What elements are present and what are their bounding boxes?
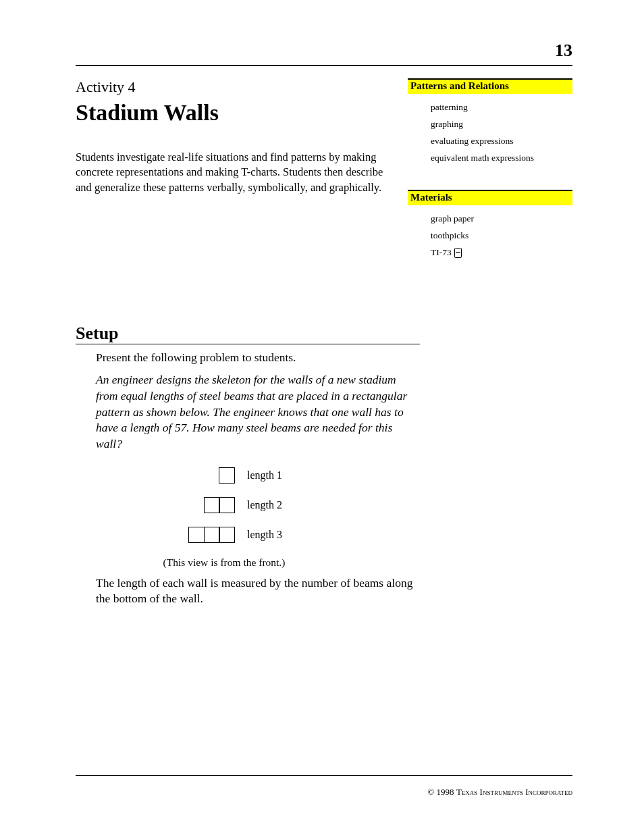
- beam-square: [219, 467, 235, 484]
- figure-label: length 1: [247, 469, 308, 481]
- page: 13 Activity 4 Stadium Walls Students inv…: [0, 0, 644, 834]
- materials-heading: Materials: [408, 190, 572, 205]
- figure-row: length 3: [96, 527, 366, 543]
- beam-square: [188, 527, 205, 543]
- sidebar: Patterns and Relations patterning graphi…: [408, 78, 572, 284]
- figure: length 1 length 2 length 3 (This view is…: [96, 467, 366, 569]
- main-column: Activity 4 Stadium Walls Students invest…: [76, 78, 392, 284]
- patterns-list: patterning graphing evaluating expressio…: [408, 99, 572, 167]
- calculator-icon: [454, 248, 462, 258]
- list-item: evaluating expressions: [431, 133, 572, 150]
- length-2-boxes: [154, 497, 235, 513]
- copyright-name: Texas Instruments Incorporated: [456, 787, 572, 797]
- materials-list: graph paper toothpicks TI-73: [408, 211, 572, 261]
- setup-body: Present the following problem to student…: [96, 350, 420, 607]
- list-item: toothpicks: [431, 228, 572, 244]
- list-item: graph paper: [431, 211, 572, 228]
- list-item: graphing: [431, 116, 572, 133]
- setup-p2: An engineer designs the skeleton for the…: [96, 372, 420, 452]
- copyright-prefix: © 1998: [427, 787, 456, 797]
- bottom-rule: [76, 775, 572, 776]
- page-number: 13: [555, 41, 572, 61]
- figure-label: length 2: [247, 499, 308, 511]
- beam-square: [204, 497, 220, 513]
- list-item: patterning: [431, 99, 572, 116]
- content-columns: Activity 4 Stadium Walls Students invest…: [76, 78, 572, 284]
- setup-heading: Setup: [76, 323, 420, 344]
- beam-square: [204, 527, 220, 543]
- patterns-heading: Patterns and Relations: [408, 78, 572, 94]
- length-3-boxes: [154, 527, 235, 543]
- intro-paragraph: Students investigate real-life situation…: [76, 150, 392, 195]
- list-item: TI-73: [431, 244, 572, 261]
- list-item: equivalent math expressions: [431, 150, 572, 167]
- figure-caption: (This view is from the front.): [82, 556, 366, 569]
- beam-square: [219, 497, 235, 513]
- activity-label: Activity 4: [76, 78, 392, 96]
- figure-label: length 3: [247, 529, 308, 541]
- top-rule: [76, 65, 572, 66]
- length-1-boxes: [154, 467, 235, 484]
- copyright: © 1998 Texas Instruments Incorporated: [427, 787, 572, 798]
- setup-p1: Present the following problem to student…: [96, 350, 420, 366]
- activity-title: Stadium Walls: [76, 100, 392, 126]
- calculator-label: TI-73: [431, 244, 452, 261]
- setup-p3: The length of each wall is measured by t…: [96, 575, 420, 607]
- figure-row: length 1: [96, 467, 366, 484]
- beam-square: [219, 527, 235, 543]
- figure-row: length 2: [96, 497, 366, 513]
